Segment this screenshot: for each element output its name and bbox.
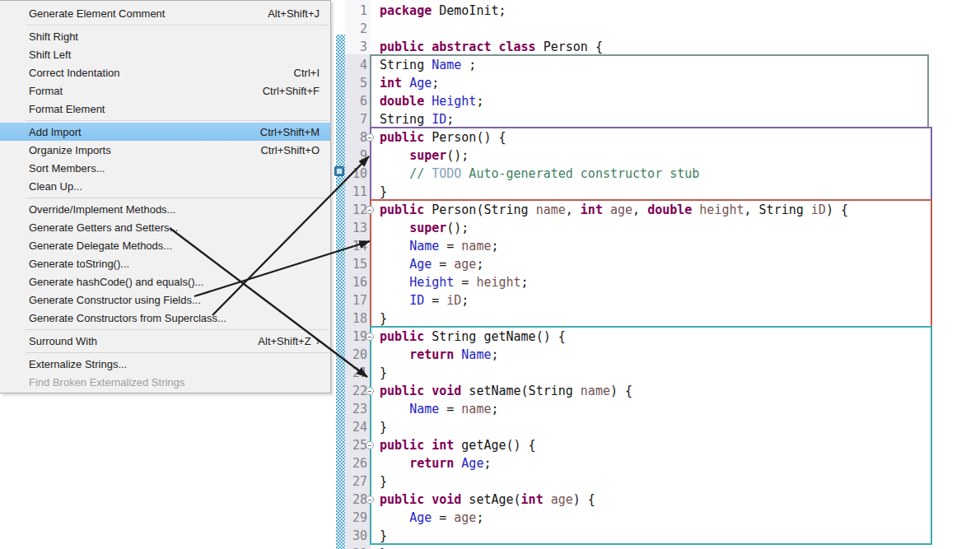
code-line-21[interactable]: }: [371, 364, 387, 382]
code-line-18[interactable]: }: [371, 309, 387, 328]
menu-item-shift-left[interactable]: Shift Left: [0, 45, 330, 63]
code-line-28[interactable]: public void setAge(int age) {: [371, 491, 595, 509]
code-token: ) {: [826, 202, 848, 217]
code-token: [380, 148, 409, 163]
menu-separator: [0, 118, 330, 123]
code-token: ;: [491, 402, 498, 416]
menu-item-label: Generate Constructor using Fields...: [29, 294, 201, 306]
code-token: ) {: [573, 492, 595, 507]
menu-item-clean-up[interactable]: Clean Up...: [0, 177, 330, 195]
code-token: public: [380, 202, 424, 217]
code-line-6[interactable]: double Height;: [371, 92, 483, 110]
menu-item-add-import[interactable]: Add ImportCtrl+Shift+M: [0, 123, 330, 141]
code-token: =: [424, 293, 446, 308]
code-token: [454, 347, 461, 362]
menu-shortcut: Alt+Shift+J: [268, 7, 320, 20]
code-token: age: [454, 510, 476, 525]
fold-collapse-icon[interactable]: [366, 495, 374, 504]
code-token: }: [380, 528, 387, 543]
code-token: }: [380, 474, 387, 489]
line-number: 14: [345, 237, 367, 255]
code-token: public: [380, 438, 424, 453]
fold-collapse-icon[interactable]: [366, 333, 374, 341]
fold-collapse-icon[interactable]: [366, 206, 374, 214]
code-line-25[interactable]: public int getAge() {: [371, 436, 536, 454]
code-line-1[interactable]: package DemoInit;: [371, 2, 506, 20]
fold-collapse-icon[interactable]: [366, 387, 374, 395]
code-line-7[interactable]: String ID;: [371, 110, 454, 128]
menu-item-generate-element-comment[interactable]: Generate Element CommentAlt+Shift+J: [0, 4, 330, 22]
code-token: ;: [521, 275, 529, 290]
menu-item-label: Override/Implement Methods...: [29, 203, 175, 216]
code-line-8[interactable]: public Person() {: [371, 128, 506, 147]
menu-shortcut: Alt+Shift+Z: [258, 335, 310, 347]
code-token: ;: [461, 293, 469, 308]
menu-item-generate-tostring[interactable]: Generate toString()...: [0, 254, 330, 272]
menu-item-generate-hashcode-and-equals[interactable]: Generate hashCode() and equals()...: [0, 272, 330, 291]
menu-shortcut: Ctrl+Shift+M: [260, 126, 320, 138]
menu-item-surround-with[interactable]: Surround WithAlt+Shift+Z›: [0, 332, 330, 350]
code-token: [380, 257, 409, 272]
menu-item-label: Generate toString()...: [29, 258, 129, 270]
menu-separator: [0, 22, 330, 27]
menu-item-generate-constructor-using-fields[interactable]: Generate Constructor using Fields...: [0, 291, 330, 309]
code-token: ,: [632, 202, 647, 217]
code-line-12[interactable]: public Person(String name, int age, doub…: [371, 201, 848, 219]
line-number: 23: [345, 400, 367, 418]
code-token: Age: [461, 456, 483, 471]
code-line-20[interactable]: return Name;: [371, 346, 499, 364]
code-line-9[interactable]: super();: [371, 147, 469, 165]
code-line-3[interactable]: public abstract class Person {: [371, 38, 603, 56]
menu-item-shift-right[interactable]: Shift Right: [0, 27, 330, 45]
menu-separator: [0, 350, 330, 355]
code-line-19[interactable]: public String getName() {: [371, 328, 566, 346]
code-line-24[interactable]: }: [371, 418, 387, 436]
code-line-2[interactable]: [371, 20, 380, 38]
code-line-23[interactable]: Name = name;: [371, 400, 499, 418]
menu-item-format-element[interactable]: Format Element: [0, 100, 330, 118]
code-token: ID: [432, 112, 446, 127]
code-token: super: [409, 221, 446, 235]
code-token: ;: [432, 76, 439, 91]
code-token: String: [380, 58, 432, 72]
code-line-10[interactable]: // TODO Auto-generated constructor stub: [371, 165, 699, 183]
code-line-17[interactable]: ID = iD;: [371, 291, 469, 309]
code-line-26[interactable]: return Age;: [371, 454, 491, 472]
menu-item-find-broken-externalized-strings: Find Broken Externalized Strings: [0, 373, 330, 391]
code-token: }: [380, 420, 387, 435]
code-line-11[interactable]: }: [371, 183, 387, 201]
code-line-5[interactable]: int Age;: [371, 74, 439, 92]
code-line-16[interactable]: Height = height;: [371, 273, 529, 291]
fold-collapse-icon[interactable]: [366, 441, 374, 449]
code-line-4[interactable]: String Name ;: [371, 56, 476, 74]
line-number: 3: [345, 38, 367, 56]
menu-item-externalize-strings[interactable]: Externalize Strings...: [0, 355, 330, 373]
code-token: }: [380, 184, 387, 199]
menu-item-override-implement-methods[interactable]: Override/Implement Methods...: [0, 200, 330, 218]
code-line-15[interactable]: Age = age;: [371, 255, 483, 273]
menu-item-organize-imports[interactable]: Organize ImportsCtrl+Shift+O: [0, 141, 330, 159]
menu-item-format[interactable]: FormatCtrl+Shift+F: [0, 81, 330, 100]
menu-item-sort-members[interactable]: Sort Members...: [0, 159, 330, 177]
code-line-14[interactable]: Name = name;: [371, 237, 499, 255]
code-line-13[interactable]: super();: [371, 219, 469, 237]
fold-collapse-icon[interactable]: [366, 133, 374, 142]
code-token: public: [380, 40, 424, 54]
menu-item-generate-constructors-from-superclass[interactable]: Generate Constructors from Superclass...: [0, 309, 330, 327]
code-line-29[interactable]: Age = age;: [371, 509, 483, 527]
code-token: ID: [409, 293, 424, 308]
code-token: ,: [566, 202, 581, 217]
code-token: iD: [446, 293, 461, 308]
code-line-31[interactable]: }: [371, 545, 387, 549]
code-line-27[interactable]: }: [371, 472, 387, 491]
code-line-30[interactable]: }: [371, 527, 387, 545]
code-token: [380, 239, 409, 254]
code-line-22[interactable]: public void setName(String name) {: [371, 382, 632, 400]
menu-item-label: Format: [29, 85, 63, 97]
menu-item-generate-delegate-methods[interactable]: Generate Delegate Methods...: [0, 236, 330, 254]
task-marker-icon[interactable]: [334, 166, 344, 176]
menu-item-correct-indentation[interactable]: Correct IndentationCtrl+I: [0, 63, 330, 81]
menu-item-generate-getters-and-setters[interactable]: Generate Getters and Setters...: [0, 218, 330, 236]
menu-shortcut: Ctrl+Shift+O: [260, 144, 320, 156]
code-token: super: [409, 148, 446, 163]
